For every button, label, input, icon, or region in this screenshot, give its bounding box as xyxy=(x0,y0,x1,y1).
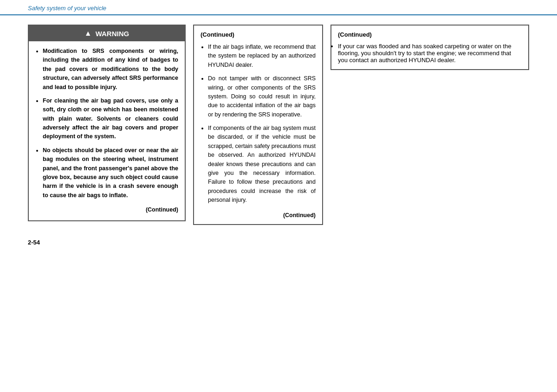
warning-list: Modification to SRS components or wiring… xyxy=(35,47,178,200)
middle-continued-title: (Continued) xyxy=(201,31,316,38)
list-item: Modification to SRS components or wiring… xyxy=(43,47,178,92)
warning-box: ▲ WARNING Modification to SRS components… xyxy=(28,25,186,221)
list-item: If components of the air bag system must… xyxy=(208,124,316,205)
middle-list: If the air bags inflate, we recommend th… xyxy=(201,43,316,205)
content-area: ▲ WARNING Modification to SRS components… xyxy=(0,15,557,239)
page-header: Safety system of your vehicle xyxy=(0,0,557,15)
list-item: If your car was flooded and has soaked c… xyxy=(338,43,522,64)
right-list: If your car was flooded and has soaked c… xyxy=(338,43,522,64)
middle-continued-footer: (Continued) xyxy=(201,209,316,218)
header-title: Safety system of your vehicle xyxy=(28,5,106,14)
warning-body: Modification to SRS components or wiring… xyxy=(29,41,185,220)
list-item: No objects should be placed over or near… xyxy=(43,146,178,200)
warning-continued: (Continued) xyxy=(35,205,178,215)
right-continued-title: (Continued) xyxy=(338,31,522,38)
middle-continued-box: (Continued) If the air bags inflate, we … xyxy=(193,25,323,225)
page-number: 2-54 xyxy=(0,239,557,251)
list-item: Do not tamper with or disconnect SRS wir… xyxy=(208,74,316,119)
right-continued-box: (Continued) If your car was flooded and … xyxy=(330,25,529,70)
warning-label: WARNING xyxy=(96,30,130,38)
warning-header: ▲ WARNING xyxy=(29,26,185,41)
list-item: For cleaning the air bag pad covers, use… xyxy=(43,96,178,141)
list-item: If the air bags inflate, we recommend th… xyxy=(208,43,316,70)
warning-triangle-icon: ▲ xyxy=(84,29,92,38)
